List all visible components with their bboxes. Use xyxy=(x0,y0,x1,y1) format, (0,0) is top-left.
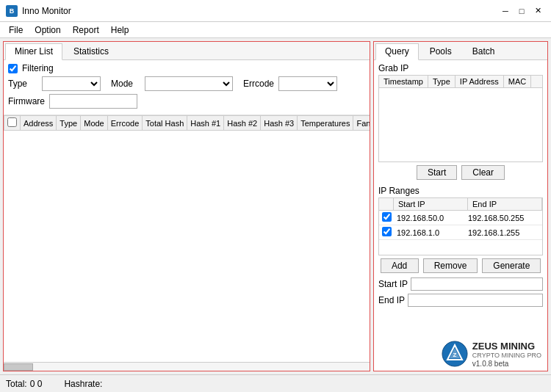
range-end-2: 192.168.1.255 xyxy=(468,228,539,237)
col-hash3: Hash #3 xyxy=(261,116,298,131)
ip-ranges-section: Start IP End IP 192.168.50.0 192.168.50.… xyxy=(378,197,543,255)
col-fan: Fan xyxy=(353,116,370,131)
menu-file[interactable]: File xyxy=(3,23,29,37)
range-end-1: 192.168.50.255 xyxy=(468,214,539,222)
minimize-button[interactable]: ─ xyxy=(498,4,513,18)
right-tab-bar: Query Pools Batch xyxy=(374,42,547,60)
ip-ranges-label: IP Ranges xyxy=(374,183,547,197)
end-ip-input[interactable] xyxy=(408,294,543,307)
remove-button[interactable]: Remove xyxy=(423,258,478,273)
firmware-label: Firmware xyxy=(8,96,45,106)
grab-ip-label: Grab IP xyxy=(374,60,547,75)
left-panel: Miner List Statistics Filtering Type Mod… xyxy=(3,41,370,371)
end-ip-label: End IP xyxy=(378,295,405,305)
start-ip-row: Start IP xyxy=(374,276,547,292)
right-panel: Query Pools Batch Grab IP Timestamp Type… xyxy=(373,41,548,371)
brand-logo-icon: Z xyxy=(442,341,468,367)
col-check xyxy=(379,198,394,210)
miner-table: Address Type Mode Errcode Total Hash Has… xyxy=(4,115,370,131)
brand-name: ZEUS MINING xyxy=(472,341,541,352)
ip-ranges-header: Start IP End IP xyxy=(379,198,542,211)
firmware-input[interactable] xyxy=(49,94,137,109)
col-mac: MAC xyxy=(504,76,531,87)
col-errcode: Errcode xyxy=(107,116,143,131)
grab-ip-body xyxy=(379,88,542,161)
filter-area: Filtering Type Mode Errcode Firmware xyxy=(4,60,370,115)
tab-batch[interactable]: Batch xyxy=(463,43,505,59)
ip-range-buttons: Add Remove Generate xyxy=(374,255,547,276)
window-controls: ─ □ ✕ xyxy=(498,4,545,18)
ip-range-row-1: 192.168.50.0 192.168.50.255 xyxy=(379,211,542,225)
status-bar: Total: 0 0 Hashrate: xyxy=(0,374,551,392)
brand-version: v1.0.8 beta xyxy=(472,360,541,368)
left-tab-bar: Miner List Statistics xyxy=(4,42,370,60)
start-button[interactable]: Start xyxy=(417,165,457,180)
total-value: 0 0 xyxy=(30,379,43,389)
col-ip-address: IP Address xyxy=(455,76,504,87)
menu-help[interactable]: Help xyxy=(105,23,135,37)
h-scrollbar-thumb[interactable] xyxy=(4,363,33,371)
start-ip-label: Start IP xyxy=(378,279,408,289)
range-check-1[interactable] xyxy=(382,212,392,222)
grab-ip-header: Timestamp Type IP Address MAC xyxy=(379,76,542,88)
svg-text:Z: Z xyxy=(453,352,456,358)
menu-report[interactable]: Report xyxy=(67,23,105,37)
tab-query[interactable]: Query xyxy=(375,43,419,60)
generate-button[interactable]: Generate xyxy=(482,258,541,273)
close-button[interactable]: ✕ xyxy=(530,4,545,18)
errcode-select[interactable] xyxy=(278,76,337,91)
brand-text: ZEUS MINING CRYPTO MINING PRO v1.0.8 bet… xyxy=(472,341,541,368)
brand-sub: CRYPTO MINING PRO xyxy=(472,352,541,360)
tab-miner-list[interactable]: Miner List xyxy=(5,43,62,60)
col-timestamp: Timestamp xyxy=(379,76,428,87)
col-end-ip: End IP xyxy=(468,198,542,210)
end-ip-row: End IP xyxy=(374,292,547,308)
type-select[interactable] xyxy=(42,76,101,91)
type-mode-row: Type Mode Errcode xyxy=(8,76,365,91)
grab-ip-buttons: Start Clear xyxy=(374,162,547,183)
miner-table-area: Address Type Mode Errcode Total Hash Has… xyxy=(4,115,370,362)
menu-option[interactable]: Option xyxy=(29,23,66,37)
range-check-2[interactable] xyxy=(382,227,392,236)
mode-label: Mode xyxy=(111,79,140,89)
range-start-1: 192.168.50.0 xyxy=(397,214,468,222)
clear-button[interactable]: Clear xyxy=(461,165,505,180)
total-label: Total: xyxy=(6,379,27,389)
col-hash2: Hash #2 xyxy=(224,116,261,131)
mode-select[interactable] xyxy=(145,76,233,91)
menu-bar: File Option Report Help xyxy=(0,22,551,38)
filtering-checkbox[interactable] xyxy=(8,64,18,73)
col-temperatures: Temperatures xyxy=(298,116,353,131)
col-start-ip: Start IP xyxy=(394,198,468,210)
col-address: Address xyxy=(21,116,57,131)
col-mode: Mode xyxy=(81,116,108,131)
title-bar: B Inno Monitor ─ □ ✕ xyxy=(0,0,551,22)
col-hash1: Hash #1 xyxy=(187,116,224,131)
maximize-button[interactable]: □ xyxy=(514,4,529,18)
filtering-label: Filtering xyxy=(22,63,54,73)
filtering-row: Filtering xyxy=(8,63,365,73)
tab-statistics[interactable]: Statistics xyxy=(64,43,118,59)
type-label: Type xyxy=(8,79,37,89)
col-type: Type xyxy=(57,116,81,131)
ip-range-row-2: 192.168.1.0 192.168.1.255 xyxy=(379,225,542,240)
brand-area: Z ZEUS MINING CRYPTO MINING PRO v1.0.8 b… xyxy=(374,338,547,371)
grab-ip-area: Timestamp Type IP Address MAC xyxy=(378,75,543,162)
tab-pools[interactable]: Pools xyxy=(420,43,461,59)
firmware-row: Firmware xyxy=(8,94,365,109)
app-icon: B xyxy=(6,5,18,17)
col-total-hash: Total Hash xyxy=(143,116,187,131)
select-all-checkbox[interactable] xyxy=(7,117,17,127)
add-button[interactable]: Add xyxy=(381,258,419,273)
ip-ranges-body: 192.168.50.0 192.168.50.255 192.168.1.0 … xyxy=(379,211,542,255)
col-grab-type: Type xyxy=(428,76,455,87)
errcode-label: Errcode xyxy=(243,79,274,89)
main-content: Miner List Statistics Filtering Type Mod… xyxy=(0,38,551,374)
start-ip-input[interactable] xyxy=(411,277,543,291)
col-checkbox[interactable] xyxy=(4,116,21,131)
app-title: Inno Monitor xyxy=(22,6,498,16)
range-start-2: 192.168.1.0 xyxy=(397,228,468,237)
hashrate-label: Hashrate: xyxy=(64,379,102,389)
h-scrollbar[interactable] xyxy=(4,362,370,371)
